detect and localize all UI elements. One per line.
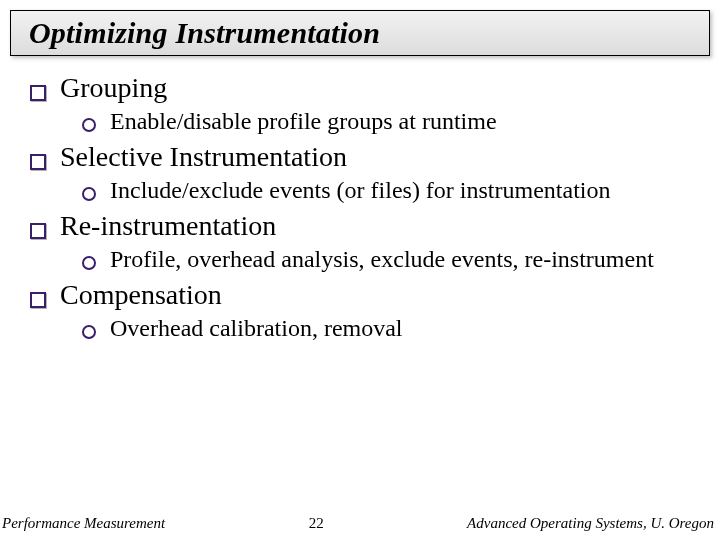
list-item: Compensation Overhead calibration, remov… — [30, 279, 700, 342]
level2-row: Enable/disable profile groups at runtime — [82, 108, 700, 135]
slide-footer: Performance Measurement 22 Advanced Oper… — [0, 515, 720, 532]
level1-row: Grouping — [30, 72, 700, 104]
footer-left: Performance Measurement — [2, 515, 165, 532]
square-bullet-icon — [30, 154, 46, 170]
square-bullet-icon — [30, 292, 46, 308]
list-item: Re-instrumentation Profile, overhead ana… — [30, 210, 700, 273]
level2-label: Enable/disable profile groups at runtime — [110, 108, 497, 135]
level1-row: Compensation — [30, 279, 700, 311]
circle-bullet-icon — [82, 118, 96, 132]
slide-title: Optimizing Instrumentation — [29, 16, 380, 50]
list-item: Grouping Enable/disable profile groups a… — [30, 72, 700, 135]
level2-label: Profile, overhead analysis, exclude even… — [110, 246, 654, 273]
level1-label: Re-instrumentation — [60, 210, 276, 242]
slide-content: Grouping Enable/disable profile groups a… — [30, 72, 700, 348]
slide: T Optimizing Instrumentation Grouping En… — [0, 0, 720, 540]
page-number: 22 — [309, 515, 324, 532]
level1-row: Selective Instrumentation — [30, 141, 700, 173]
level2-label: Include/exclude events (or files) for in… — [110, 177, 611, 204]
level2-label: Overhead calibration, removal — [110, 315, 403, 342]
list-item: Selective Instrumentation Include/exclud… — [30, 141, 700, 204]
level2-row: Include/exclude events (or files) for in… — [82, 177, 700, 204]
title-bar: Optimizing Instrumentation — [10, 10, 710, 56]
circle-bullet-icon — [82, 187, 96, 201]
level1-row: Re-instrumentation — [30, 210, 700, 242]
circle-bullet-icon — [82, 325, 96, 339]
square-bullet-icon — [30, 223, 46, 239]
level1-label: Compensation — [60, 279, 222, 311]
level1-label: Selective Instrumentation — [60, 141, 347, 173]
level1-label: Grouping — [60, 72, 167, 104]
level2-row: Profile, overhead analysis, exclude even… — [82, 246, 700, 273]
square-bullet-icon — [30, 85, 46, 101]
circle-bullet-icon — [82, 256, 96, 270]
level2-row: Overhead calibration, removal — [82, 315, 700, 342]
footer-right: Advanced Operating Systems, U. Oregon — [467, 515, 714, 532]
